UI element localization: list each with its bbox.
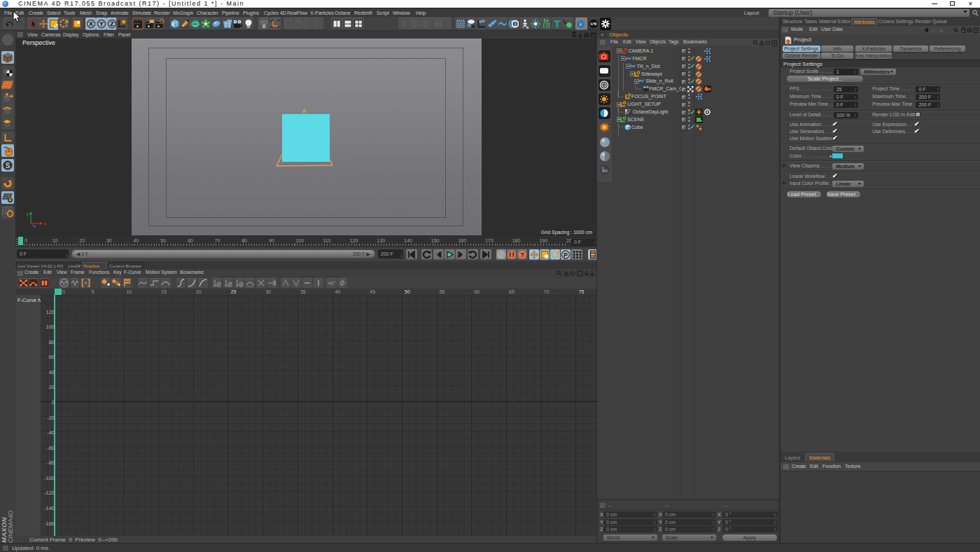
- svg-text:MIX: MIX: [601, 170, 607, 173]
- svg-text:x: x: [526, 25, 529, 29]
- svg-text:Y: Y: [99, 20, 104, 27]
- svg-text:?: ?: [520, 251, 524, 258]
- svg-text:S: S: [6, 162, 10, 170]
- svg-text:x: x: [473, 25, 475, 29]
- svg-text:Y: Y: [26, 212, 29, 217]
- svg-text:0: 0: [262, 23, 266, 29]
- svg-text:Z: Z: [110, 20, 114, 27]
- svg-text:P: P: [564, 251, 568, 258]
- svg-text:X: X: [89, 20, 93, 27]
- svg-text:X: X: [43, 221, 46, 226]
- svg-text:+0°: +0°: [328, 281, 335, 286]
